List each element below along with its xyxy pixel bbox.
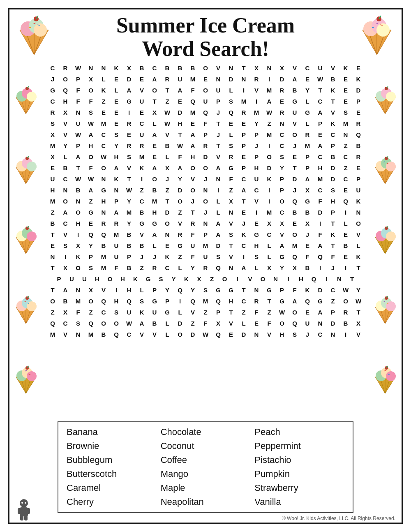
grid-cell: N bbox=[250, 285, 263, 296]
grid-cell: C bbox=[276, 207, 289, 218]
grid-cell: D bbox=[263, 162, 276, 173]
grid-cell: B bbox=[301, 262, 314, 273]
grid-cell: E bbox=[110, 74, 123, 85]
word-list-item: Chocolate bbox=[161, 426, 251, 439]
grid-cell: M bbox=[110, 229, 123, 240]
grid-cell: N bbox=[199, 218, 212, 229]
svg-point-48 bbox=[27, 231, 37, 241]
grid-cell: S bbox=[212, 251, 225, 262]
grid-cell: N bbox=[276, 118, 289, 129]
grid-cell: U bbox=[110, 251, 123, 262]
grid-cell: M bbox=[85, 329, 97, 340]
grid-cell: V bbox=[97, 285, 110, 296]
svg-rect-128 bbox=[20, 516, 23, 520]
grid-cell: X bbox=[193, 273, 206, 285]
grid-cell: P bbox=[148, 285, 161, 296]
grid-cell: J bbox=[136, 251, 148, 262]
grid-cell: R bbox=[199, 140, 212, 151]
grid-cell: F bbox=[314, 229, 327, 240]
grid-cell: A bbox=[110, 162, 123, 173]
grid-cell: F bbox=[85, 96, 97, 107]
grid-cell: L bbox=[212, 196, 225, 207]
grid-cell: U bbox=[46, 173, 59, 185]
grid-row: BCHERRYGGOVRNAVJEXXEXITLO bbox=[46, 218, 365, 229]
grid-cell: V bbox=[174, 218, 187, 229]
grid-cell: C bbox=[276, 129, 289, 140]
grid-cell: S bbox=[85, 262, 97, 273]
grid-cell: T bbox=[289, 162, 301, 173]
grid-cell: C bbox=[263, 229, 276, 240]
grid-cell: E bbox=[110, 107, 123, 118]
grid-cell: T bbox=[327, 218, 339, 229]
grid-cell: O bbox=[218, 273, 231, 285]
grid-cell: L bbox=[148, 118, 161, 129]
grid-cell: B bbox=[123, 240, 136, 251]
grid-cell: C bbox=[97, 140, 110, 151]
grid-cell: M bbox=[301, 140, 314, 151]
grid-cell: E bbox=[46, 240, 59, 251]
grid-cell: Z bbox=[46, 307, 59, 318]
grid-cell: M bbox=[263, 207, 276, 218]
grid-cell: Q bbox=[123, 296, 136, 307]
grid-cell: N bbox=[72, 329, 85, 340]
grid-cell: T bbox=[174, 129, 187, 140]
grid-cell: L bbox=[225, 85, 238, 96]
grid-cell: P bbox=[212, 307, 225, 318]
grid-cell: F bbox=[85, 162, 97, 173]
cone-right-5 bbox=[372, 364, 399, 395]
grid-cell: G bbox=[97, 185, 110, 196]
grid-cell: A bbox=[289, 74, 301, 85]
grid-cell: E bbox=[85, 218, 97, 229]
grid-cell: P bbox=[123, 251, 136, 262]
grid-cell: Z bbox=[206, 273, 218, 285]
grid-cell: K bbox=[263, 173, 276, 185]
grid-cell: R bbox=[59, 62, 72, 74]
grid-cell: E bbox=[339, 74, 352, 85]
grid-cell: M bbox=[97, 251, 110, 262]
grid-cell: R bbox=[148, 262, 161, 273]
grid-row: MVNMBQCVVLODWQEDNVHSJCNIV bbox=[46, 329, 365, 340]
grid-row: TXOSMFBZRCLYRQNALXYXBIJIT bbox=[46, 262, 365, 273]
grid-cell: K bbox=[327, 118, 339, 129]
grid-cell: H bbox=[59, 96, 72, 107]
svg-point-130 bbox=[21, 502, 23, 504]
grid-cell: S bbox=[225, 229, 238, 240]
grid-cell: J bbox=[212, 129, 225, 140]
grid-cell: V bbox=[161, 129, 174, 140]
grid-cell: B bbox=[327, 151, 339, 162]
grid-cell: I bbox=[263, 196, 276, 207]
grid-cell: T bbox=[212, 140, 225, 151]
grid-cell: M bbox=[123, 207, 136, 218]
grid-cell: K bbox=[136, 307, 148, 318]
grid-cell: C bbox=[59, 318, 72, 329]
grid-cell: C bbox=[97, 307, 110, 318]
grid-cell: B bbox=[161, 140, 174, 151]
grid-cell: O bbox=[339, 296, 352, 307]
grid-cell: A bbox=[314, 307, 327, 318]
grid-cell: E bbox=[301, 240, 314, 251]
grid-cell: Q bbox=[301, 296, 314, 307]
grid-cell: V bbox=[136, 329, 148, 340]
grid-cell: L bbox=[238, 318, 250, 329]
grid-cell: S bbox=[59, 240, 72, 251]
grid-cell: P bbox=[301, 162, 314, 173]
grid-cell: E bbox=[352, 62, 365, 74]
svg-point-124 bbox=[20, 499, 28, 507]
grid-cell: X bbox=[301, 185, 314, 196]
grid-cell: Z bbox=[263, 307, 276, 318]
grid-cell: U bbox=[136, 96, 148, 107]
word-list: BananaChocolatePeachBrownieCoconutPepper… bbox=[58, 421, 353, 513]
word-list-item: Mango bbox=[161, 467, 251, 481]
grid-cell: R bbox=[110, 218, 123, 229]
grid-cell: P bbox=[161, 296, 174, 307]
grid-cell: K bbox=[180, 273, 193, 285]
grid-cell: Y bbox=[110, 140, 123, 151]
grid-cell: X bbox=[59, 262, 72, 273]
grid-cell: Z bbox=[187, 318, 199, 329]
grid-cell: S bbox=[46, 118, 59, 129]
grid-cell: T bbox=[187, 207, 199, 218]
grid-cell: C bbox=[238, 173, 250, 185]
grid-cell: K bbox=[238, 229, 250, 240]
grid-cell: N bbox=[225, 262, 238, 273]
grid-cell: J bbox=[161, 173, 174, 185]
